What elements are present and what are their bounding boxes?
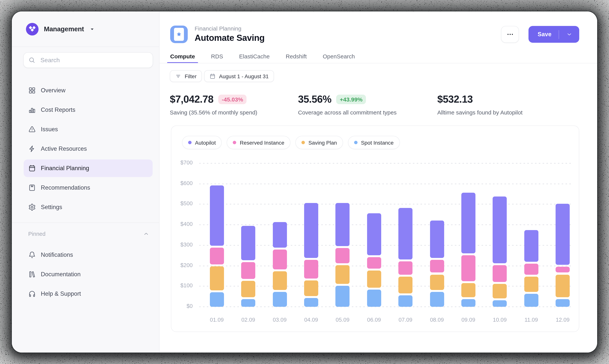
bar-segment-autopilot-05-09[interactable] (336, 203, 350, 246)
calendar-icon (209, 73, 216, 79)
bar-segment-reserved-instance-01-09[interactable] (210, 248, 224, 264)
sidebar-item-settings[interactable]: Settings (24, 198, 153, 216)
save-button[interactable]: Save (529, 26, 579, 43)
bar-segment-saving-plan-01-09[interactable] (210, 266, 224, 291)
bar-segment-spot-instance-07-09[interactable] (398, 296, 413, 307)
page-icon-card (174, 28, 184, 41)
bar-segment-saving-plan-10-09[interactable] (493, 284, 507, 298)
workspace-switcher[interactable]: Management (12, 12, 159, 47)
sidebar-item-notifications[interactable]: Notifications (24, 246, 153, 264)
app-logo-icon (26, 23, 39, 35)
sidebar-item-cost-reports[interactable]: Cost Reports (24, 101, 153, 119)
sidebar-item-label: Overview (41, 87, 65, 94)
bar-segment-autopilot-11-09[interactable] (524, 230, 538, 261)
filter-label: Filter (185, 73, 196, 79)
search-input[interactable] (40, 56, 148, 64)
bar-segment-spot-instance-05-09[interactable] (336, 286, 350, 307)
bar-segment-spot-instance-02-09[interactable] (241, 299, 255, 307)
bar-segment-spot-instance-06-09[interactable] (367, 290, 381, 307)
sidebar-item-label: Financial Planning (41, 165, 89, 172)
bar-segment-saving-plan-12-09[interactable] (556, 274, 570, 297)
bar-segment-autopilot-01-09[interactable] (210, 185, 224, 246)
bar-segment-spot-instance-09-09[interactable] (461, 299, 475, 307)
bar-segment-saving-plan-07-09[interactable] (398, 277, 413, 294)
bar-segment-reserved-instance-10-09[interactable] (493, 265, 507, 282)
bar-segment-autopilot-09-09[interactable] (461, 193, 475, 254)
bar-segment-reserved-instance-04-09[interactable] (304, 260, 318, 279)
y-axis-tick: $0 (171, 303, 193, 309)
bar-segment-reserved-instance-08-09[interactable] (430, 260, 444, 273)
zap-icon (28, 145, 36, 153)
bar-segment-autopilot-03-09[interactable] (273, 222, 287, 248)
sidebar-item-financial-planning[interactable]: Financial Planning (24, 159, 153, 177)
tab-rds[interactable]: RDS (211, 53, 223, 63)
y-axis-tick: $700 (171, 159, 193, 166)
bar-segment-autopilot-06-09[interactable] (367, 213, 381, 255)
filter-button[interactable]: Filter (170, 70, 202, 82)
bar-segment-reserved-instance-07-09[interactable] (398, 261, 413, 275)
stat-coverage-badge: +43.99% (336, 95, 366, 104)
books-icon (28, 271, 36, 278)
sidebar-item-issues[interactable]: Issues (24, 121, 153, 138)
y-axis-tick: $500 (171, 200, 193, 207)
bar-segment-reserved-instance-03-09[interactable] (273, 250, 287, 269)
y-axis-tick: $200 (171, 262, 193, 268)
sidebar-item-help-support[interactable]: Help & Support (24, 285, 153, 303)
bar-segment-autopilot-12-09[interactable] (556, 204, 570, 265)
search-icon (28, 56, 36, 64)
bar-segment-reserved-instance-02-09[interactable] (241, 262, 255, 279)
y-axis-tick: $300 (171, 242, 193, 248)
tab-elasticache[interactable]: ElastiCache (239, 53, 270, 63)
sidebar-item-active-resources[interactable]: Active Resources (24, 140, 153, 157)
bar-segment-saving-plan-09-09[interactable] (461, 283, 475, 297)
bar-segment-saving-plan-04-09[interactable] (304, 280, 318, 296)
bar-segment-saving-plan-02-09[interactable] (241, 281, 255, 297)
bar-segment-reserved-instance-11-09[interactable] (524, 264, 538, 275)
x-axis-tick: 07.09 (390, 317, 421, 323)
sidebar-divider (12, 222, 159, 223)
bar-segment-reserved-instance-09-09[interactable] (461, 255, 475, 281)
stat-coverage: 35.56% +43.99% Coverage across all commi… (298, 93, 397, 116)
sidebar-item-overview[interactable]: Overview (24, 82, 153, 99)
bar-segment-spot-instance-01-09[interactable] (210, 292, 224, 307)
chevron-down-icon (566, 31, 572, 37)
bar-segment-autopilot-08-09[interactable] (430, 221, 444, 258)
bar-segment-saving-plan-08-09[interactable] (430, 274, 444, 290)
bar-segment-spot-instance-03-09[interactable] (273, 292, 287, 307)
sidebar: Management OverviewCost ReportsIssuesAct… (12, 12, 159, 352)
bell-icon (28, 251, 36, 259)
tab-opensearch[interactable]: OpenSearch (323, 53, 355, 63)
page-title: Automate Saving (194, 33, 265, 43)
save-button-label: Save (538, 31, 551, 38)
bar-segment-autopilot-04-09[interactable] (304, 203, 318, 258)
sidebar-item-label: Cost Reports (41, 106, 75, 113)
screen: Management OverviewCost ReportsIssuesAct… (0, 0, 609, 364)
sidebar-item-documentation[interactable]: Documentation (24, 266, 153, 283)
tab-redshift[interactable]: Redshift (285, 53, 307, 63)
bar-segment-autopilot-02-09[interactable] (241, 226, 255, 260)
bar-segment-reserved-instance-06-09[interactable] (367, 257, 381, 268)
bar-segment-autopilot-10-09[interactable] (493, 196, 507, 263)
chevron-up-icon[interactable] (143, 231, 149, 237)
bar-segment-reserved-instance-05-09[interactable] (336, 248, 350, 263)
bar-segment-spot-instance-11-09[interactable] (524, 294, 538, 307)
stat-saving: $7,042.78 -45.03% Saving (35.56% of mont… (170, 93, 257, 116)
save-dropdown-toggle[interactable] (559, 31, 579, 37)
date-range-button[interactable]: August 1 - August 31 (204, 70, 274, 82)
more-actions-button[interactable] (501, 26, 519, 43)
bar-segment-saving-plan-06-09[interactable] (367, 271, 381, 288)
sidebar-item-label: Issues (41, 126, 58, 133)
bar-segment-spot-instance-08-09[interactable] (430, 292, 444, 307)
sidebar-item-recommendations[interactable]: Recommendations (24, 179, 153, 196)
bar-segment-saving-plan-11-09[interactable] (524, 277, 538, 292)
bar-segment-spot-instance-04-09[interactable] (304, 298, 318, 307)
bar-segment-spot-instance-12-09[interactable] (556, 299, 570, 307)
pinned-section-header[interactable]: Pinned (28, 228, 149, 240)
bar-segment-autopilot-07-09[interactable] (398, 208, 413, 260)
tab-compute[interactable]: Compute (170, 53, 195, 63)
bar-segment-saving-plan-03-09[interactable] (273, 271, 287, 290)
bar-segment-saving-plan-05-09[interactable] (336, 265, 350, 284)
bar-segment-spot-instance-10-09[interactable] (493, 300, 507, 307)
bar-segment-reserved-instance-12-09[interactable] (556, 267, 570, 273)
search-box[interactable] (23, 52, 153, 68)
